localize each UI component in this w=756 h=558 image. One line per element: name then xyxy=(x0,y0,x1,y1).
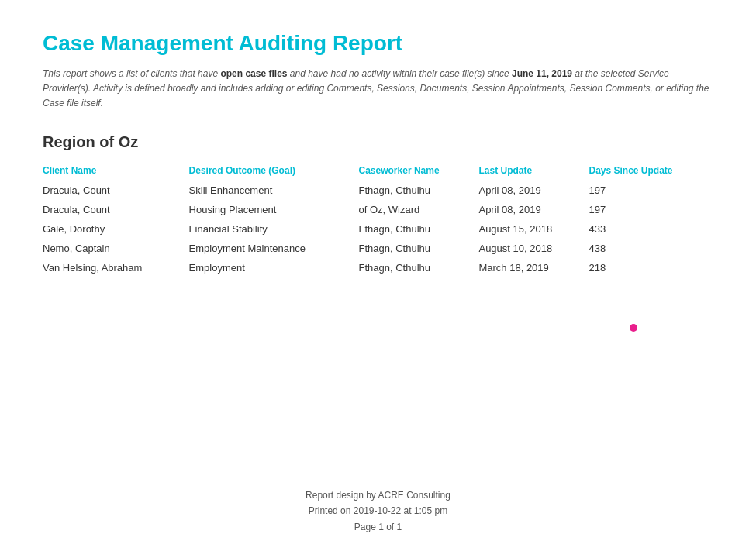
audit-table: Client Name Desired Outcome (Goal) Casew… xyxy=(43,162,713,277)
table-cell: August 10, 2018 xyxy=(478,239,589,258)
table-cell: Fthagn, Cthulhu xyxy=(359,258,479,277)
table-row: Van Helsing, AbrahamEmploymentFthagn, Ct… xyxy=(43,258,713,277)
table-cell: August 15, 2018 xyxy=(478,219,589,239)
table-cell: Housing Placement xyxy=(189,200,359,219)
desc-text-2: and have had no activity within their ca… xyxy=(287,68,511,79)
table-cell: March 18, 2019 xyxy=(478,258,589,277)
footer-line3: Page 1 of 1 xyxy=(0,519,756,535)
table-cell: 438 xyxy=(589,239,713,258)
col-header-client: Client Name xyxy=(43,162,189,181)
table-row: Gale, DorothyFinancial StabilityFthagn, … xyxy=(43,219,713,239)
table-cell: Fthagn, Cthulhu xyxy=(359,181,479,200)
desc-bold-1: open case files xyxy=(220,68,287,79)
table-cell: Gale, Dorothy xyxy=(43,219,189,239)
decorative-dot xyxy=(630,324,637,332)
page-footer: Report design by ACRE Consulting Printed… xyxy=(0,487,756,535)
table-cell: Dracula, Count xyxy=(43,200,189,219)
table-cell: Van Helsing, Abraham xyxy=(43,258,189,277)
desc-bold-2: June 11, 2019 xyxy=(512,68,572,79)
table-cell: Fthagn, Cthulhu xyxy=(359,219,479,239)
table-row: Dracula, CountSkill EnhancementFthagn, C… xyxy=(43,181,713,200)
desc-text-1: This report shows a list of clients that… xyxy=(43,68,220,79)
table-header-row: Client Name Desired Outcome (Goal) Casew… xyxy=(43,162,713,181)
col-header-lastupdate: Last Update xyxy=(478,162,589,181)
table-cell: April 08, 2019 xyxy=(478,181,589,200)
table-cell: 433 xyxy=(589,219,713,239)
table-cell: 197 xyxy=(589,200,713,219)
table-cell: April 08, 2019 xyxy=(478,200,589,219)
table-cell: Nemo, Captain xyxy=(43,239,189,258)
table-row: Dracula, CountHousing Placementof Oz, Wi… xyxy=(43,200,713,219)
table-cell: Fthagn, Cthulhu xyxy=(359,239,479,258)
col-header-caseworker: Caseworker Name xyxy=(359,162,479,181)
col-header-outcome: Desired Outcome (Goal) xyxy=(189,162,359,181)
table-row: Nemo, CaptainEmployment MaintenanceFthag… xyxy=(43,239,713,258)
report-title: Case Management Auditing Report xyxy=(43,31,713,56)
table-cell: Dracula, Count xyxy=(43,181,189,200)
table-cell: Employment Maintenance xyxy=(189,239,359,258)
footer-line1: Report design by ACRE Consulting xyxy=(0,487,756,503)
table-cell: 218 xyxy=(589,258,713,277)
col-header-dayssince: Days Since Update xyxy=(589,162,713,181)
table-cell: 197 xyxy=(589,181,713,200)
table-cell: Employment xyxy=(189,258,359,277)
footer-line2: Printed on 2019-10-22 at 1:05 pm xyxy=(0,503,756,518)
table-cell: Financial Stability xyxy=(189,219,359,239)
region-title: Region of Oz xyxy=(43,133,713,151)
report-description: This report shows a list of clients that… xyxy=(43,67,713,112)
table-cell: of Oz, Wizard xyxy=(359,200,479,219)
table-cell: Skill Enhancement xyxy=(189,181,359,200)
